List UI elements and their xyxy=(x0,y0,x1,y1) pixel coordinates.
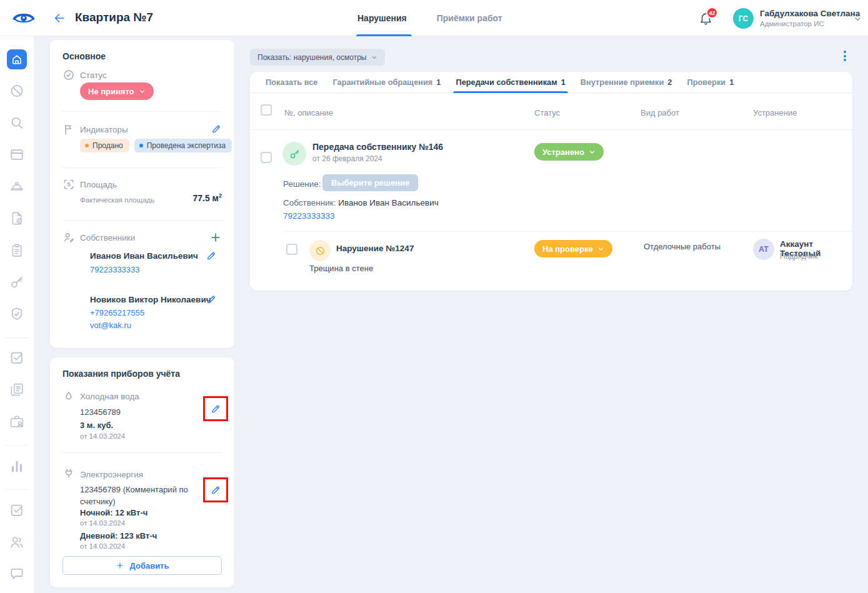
status-pill-on-review[interactable]: На проверке xyxy=(534,240,612,257)
owner-phone-link[interactable]: 79223333333 xyxy=(283,211,335,221)
divider xyxy=(62,111,222,112)
top-header: Квартира №7 Нарушения Приёмки работ 42 Г… xyxy=(0,0,868,36)
table-row: Нарушение №1247 Трещина в стене На прове… xyxy=(250,231,852,291)
divider xyxy=(62,452,222,453)
sidebar-divider xyxy=(5,445,29,446)
violation-title[interactable]: Нарушение №1247 xyxy=(336,244,414,253)
owner-name: Новиков Виктор Николаевич xyxy=(90,295,211,304)
tab-internal-acceptances[interactable]: Внутренние приемки2 xyxy=(581,72,672,92)
person-edit-icon xyxy=(62,231,75,244)
tab-warranty[interactable]: Гарантийные обращения1 xyxy=(332,72,441,92)
chevron-down-icon xyxy=(139,88,146,95)
column-header: Статус xyxy=(534,108,560,117)
show-filter-dropdown[interactable]: Показать: нарушения, осмотры xyxy=(250,49,385,66)
sidebar-item-hardhat[interactable] xyxy=(9,179,25,194)
user-name: Габдулхакова Светлана xyxy=(760,9,860,18)
assignee-avatar: АТ xyxy=(753,239,774,260)
sidebar-item-analytics[interactable] xyxy=(9,459,25,474)
tag-dot xyxy=(139,144,143,147)
meter-value: 3 м. куб. xyxy=(80,421,113,430)
sidebar-item-contractors[interactable] xyxy=(9,414,25,429)
owner-phone-link[interactable]: +79265217555 xyxy=(90,308,144,317)
icon-sidebar xyxy=(0,36,34,593)
sidebar-divider xyxy=(5,489,29,490)
indicators-label: Индикаторы xyxy=(80,125,128,134)
status-pill[interactable]: Не принято xyxy=(80,82,154,100)
tab-violations[interactable]: Нарушения xyxy=(357,0,407,36)
sidebar-item-checks[interactable] xyxy=(9,502,25,518)
area-label: Площадь xyxy=(80,180,117,189)
edit-meter-pencil-icon[interactable] xyxy=(210,484,221,496)
tag-dot xyxy=(85,144,89,147)
flag-icon xyxy=(62,123,75,136)
tab-show-all[interactable]: Показать все xyxy=(266,72,317,92)
check-circle-icon xyxy=(62,69,75,81)
app-logo-eye-icon xyxy=(12,11,35,26)
edit-owner-pencil-icon[interactable] xyxy=(206,294,217,305)
sidebar-item-key[interactable] xyxy=(9,274,25,290)
tab-inspections[interactable]: Проверки1 xyxy=(687,72,734,92)
add-meter-button[interactable]: Добавить xyxy=(62,556,222,575)
select-all-checkbox[interactable] xyxy=(261,104,272,116)
divider xyxy=(62,220,222,221)
meter-value: Ночной: 12 кВт-ч xyxy=(80,508,147,517)
sidebar-item-shield[interactable] xyxy=(9,306,25,322)
chevron-down-icon xyxy=(597,246,604,252)
chevron-down-icon xyxy=(371,54,377,61)
meter-date: от 14.03.2024 xyxy=(80,542,125,550)
tab-owner-transfers[interactable]: Передачи собственникам1 xyxy=(456,72,565,92)
meter-reading: 123456789 (Комментарий по счетчику) xyxy=(80,484,196,507)
sidebar-item-users[interactable] xyxy=(9,534,25,550)
choose-decision-button[interactable]: Выберите решение xyxy=(322,174,418,191)
sidebar-item-file-check[interactable] xyxy=(9,211,25,226)
area-value: 77.5 м2 xyxy=(192,192,222,203)
owners-label: Собственники xyxy=(80,233,135,242)
edit-indicators-pencil-icon[interactable] xyxy=(211,123,222,134)
notifications-count-badge: 42 xyxy=(706,7,718,19)
home-icon xyxy=(11,53,23,66)
sidebar-item-clipboard[interactable] xyxy=(9,242,25,258)
decision-label: Решение: xyxy=(283,179,321,189)
transfer-date: от 26 февраля 2024 xyxy=(312,154,382,163)
violations-table-card: Показать все Гарантийные обращения1 Пере… xyxy=(250,72,852,291)
sidebar-item-documents[interactable] xyxy=(9,382,25,397)
more-options-kebab-menu[interactable] xyxy=(840,51,850,63)
header-tabs: Нарушения Приёмки работ xyxy=(357,0,502,36)
transfer-title[interactable]: Передача собственнику №146 xyxy=(312,142,443,152)
owner-phone-link[interactable]: 79223333333 xyxy=(90,265,140,274)
owner-email-link[interactable]: vot@kak.ru xyxy=(90,321,131,330)
owner-line: Собственник: Иванов Иван Васильевич xyxy=(283,198,439,207)
plus-icon xyxy=(116,561,124,570)
sidebar-item-chat[interactable] xyxy=(9,566,25,582)
row-checkbox[interactable] xyxy=(261,152,272,163)
meter-value: Дневной: 123 кВт-ч xyxy=(80,531,157,541)
water-drop-icon xyxy=(62,390,75,402)
edit-meter-pencil-icon[interactable] xyxy=(210,403,221,414)
status-label: Статус xyxy=(80,71,107,80)
sidebar-divider xyxy=(5,337,29,338)
card-title: Основное xyxy=(62,51,106,61)
meter-reading: 123456789 xyxy=(80,407,121,417)
add-owner-plus-icon[interactable] xyxy=(209,231,222,244)
status-pill-resolved[interactable]: Устранено xyxy=(534,143,604,161)
key-icon xyxy=(282,142,306,166)
sidebar-item-panel[interactable] xyxy=(9,147,25,162)
app-root: Квартира №7 Нарушения Приёмки работ 42 Г… xyxy=(0,0,868,593)
sidebar-item-tasks[interactable] xyxy=(9,350,25,366)
tab-work-acceptances[interactable]: Приёмки работ xyxy=(437,0,502,36)
back-arrow-button[interactable] xyxy=(52,11,66,25)
sidebar-item-search[interactable] xyxy=(9,115,25,131)
meter-date: от 14.03.2024 xyxy=(80,519,125,527)
assignee-role: Подрядчик xyxy=(780,252,817,261)
main-info-card: Основное Статус Не принято Индикаторы Пр… xyxy=(50,40,234,348)
row-checkbox[interactable] xyxy=(286,244,297,255)
sidebar-item-ban[interactable] xyxy=(9,83,25,99)
highlight-box xyxy=(203,396,228,421)
user-avatar[interactable]: ГС xyxy=(733,8,754,29)
user-menu-chevron-down-icon[interactable] xyxy=(854,15,862,23)
edit-owner-pencil-icon[interactable] xyxy=(206,250,217,261)
card-title: Показания приборов учёта xyxy=(62,369,180,379)
area-icon: S xyxy=(62,178,75,191)
meter-date: от 14.03.2024 xyxy=(80,432,125,440)
sidebar-item-home[interactable] xyxy=(7,49,27,69)
